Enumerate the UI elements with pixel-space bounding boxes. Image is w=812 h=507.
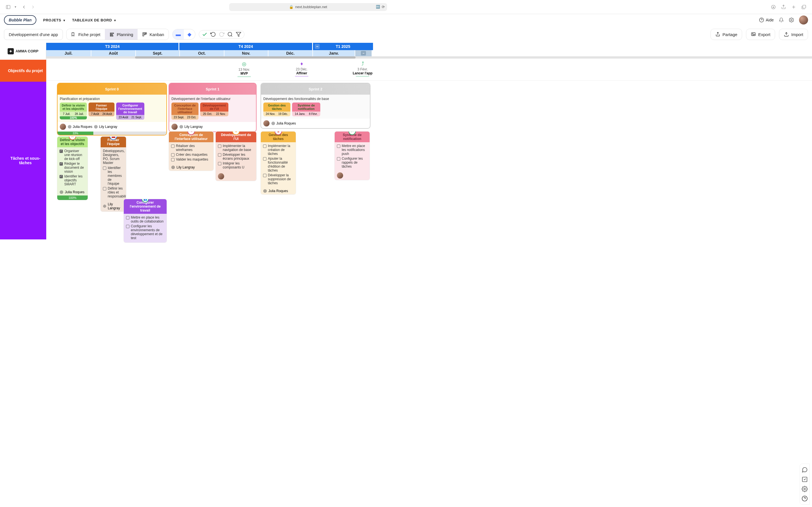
checkbox-icon[interactable] [218, 145, 221, 148]
translate-icon[interactable]: 🔤 [376, 5, 380, 9]
url-bar[interactable]: 🔒 next.bubbleplan.net 🔤 ⟳ [229, 3, 387, 11]
sub-task[interactable]: Système de notification 14 Janv.8 Févr. [292, 103, 320, 116]
bell-icon[interactable] [779, 17, 784, 22]
checkbox-icon[interactable] [103, 187, 106, 190]
timeline-quarter[interactable]: T3 2024 [46, 43, 179, 50]
download-icon[interactable] [771, 4, 776, 10]
settings-panel-icon[interactable] [802, 486, 808, 492]
checkbox-icon[interactable] [337, 145, 340, 148]
task-card[interactable]: 🧰 Former l'équipe Développeurs, Designer… [100, 136, 126, 212]
new-tab-icon[interactable] [791, 4, 796, 10]
task-card[interactable]: 📌 Gestion des tâches Implémenter la créa… [260, 131, 296, 194]
filter-icon[interactable] [236, 32, 241, 37]
checklist-item[interactable]: Mettre en place les outils de collaborat… [126, 216, 164, 223]
nav-dashboards[interactable]: TABLEAUX DE BORD [72, 18, 116, 22]
checklist-item[interactable]: Identifier les objectifs SMART [59, 174, 86, 186]
gear-icon[interactable] [789, 17, 794, 22]
sub-task[interactable]: Conception de l'interface utilisateur 23… [171, 103, 199, 120]
checklist-item[interactable]: Ajouter la fonctionnalité d'édition de t… [263, 157, 294, 172]
horizontal-scrollbar[interactable] [46, 56, 812, 59]
tab-kanban[interactable]: Kanban [138, 29, 168, 40]
tabs-icon[interactable] [801, 4, 806, 10]
tab-sheet[interactable]: Fiche projet [66, 29, 105, 40]
timeline-quarter[interactable]: T4 2024 [179, 43, 313, 50]
undo-icon[interactable] [210, 32, 216, 37]
checkbox-icon[interactable] [171, 158, 174, 161]
chat-icon[interactable] [802, 467, 808, 473]
checklist-item[interactable]: Définir les rôles et responsabilités [103, 186, 124, 198]
task-card[interactable]: ⚑ Système de notification Mettre en plac… [335, 131, 370, 180]
sprint-card[interactable]: Sprint 2 Développement des fonctionnalit… [260, 83, 370, 129]
import-button[interactable]: Import [779, 29, 808, 40]
task-card[interactable]: ★ Développement de l'UI Implémenter la n… [215, 131, 257, 181]
checkbox-icon[interactable] [218, 162, 221, 165]
task-card[interactable]: 👥 Configurer l'environnement de travail … [123, 199, 167, 243]
checkbox-icon[interactable] [59, 150, 63, 153]
checkbox-icon[interactable] [263, 174, 266, 177]
checkbox-icon[interactable] [126, 225, 130, 228]
help-panel-icon[interactable] [802, 496, 808, 502]
checklist-item[interactable]: Développer les écrans principaux [218, 153, 254, 161]
checklist-item[interactable]: Configurer les environnements de dévelop… [126, 224, 164, 240]
checklist-item[interactable]: Implémenter la création de tâches [263, 144, 294, 156]
checklist-item[interactable]: Intégrer les composants U [218, 161, 254, 169]
checkbox-icon[interactable] [171, 153, 174, 157]
checklist-item[interactable]: Identifier les membres de l'équipe [103, 166, 124, 186]
milestone[interactable]: ♦23 Déc.Affiner [295, 61, 308, 77]
checklist-item[interactable]: Créer des maquettes [171, 153, 211, 157]
task-card[interactable]: ✕ Définir la vision et les objectifs Org… [57, 136, 88, 200]
checkbox-icon[interactable] [337, 157, 340, 161]
nav-back-icon[interactable] [21, 4, 27, 10]
checkbox-icon[interactable] [171, 145, 174, 148]
checklist-item[interactable]: Rédiger le document de vision [59, 162, 86, 173]
sidebar-toggle-icon[interactable] [6, 4, 11, 10]
collapse-toggle[interactable]: − [315, 44, 320, 49]
share-button[interactable]: Partage [711, 29, 742, 40]
tasks-panel-icon[interactable] [802, 476, 808, 483]
checkbox-icon[interactable] [103, 166, 106, 170]
nav-projects[interactable]: PROJETS [43, 18, 65, 22]
check-icon[interactable] [202, 32, 207, 37]
help-link[interactable]: Aide [759, 17, 774, 22]
share-icon[interactable] [781, 4, 786, 10]
tab-planning[interactable]: Planning [105, 29, 138, 40]
user-avatar[interactable] [799, 15, 808, 24]
checkbox-icon[interactable] [218, 153, 221, 157]
timeline-month[interactable]: Déc. [268, 50, 313, 56]
project-name-button[interactable]: Développement d'une app [4, 29, 63, 40]
timeline-month[interactable]: Août [91, 50, 136, 56]
timeline-month[interactable]: Oct. [180, 50, 224, 56]
timeline-month[interactable]: Nov. [224, 50, 268, 56]
timeline-month[interactable]: Janv. [313, 50, 355, 56]
sub-task[interactable]: Définir la vision et les objectifs 7 Jui… [60, 103, 87, 120]
timeline-quarter[interactable]: −T1 2025 [313, 43, 374, 50]
timeline-month[interactable]: Sept. [136, 50, 180, 56]
search-icon[interactable] [227, 32, 233, 37]
reload-icon[interactable]: ⟳ [382, 5, 385, 9]
checklist-item[interactable]: Réaliser des wireframes [171, 144, 211, 152]
checklist-item[interactable]: Développer la suppression de tâches [263, 173, 294, 185]
checkbox-icon[interactable] [126, 216, 130, 219]
view-mode-calendar[interactable]: ▬ [172, 29, 184, 40]
checklist-item[interactable]: Valider les maquettes [171, 158, 211, 161]
checklist-item[interactable]: Configurer les rappels de tâches [337, 157, 367, 168]
checkbox-icon[interactable] [59, 162, 63, 166]
sub-task[interactable]: Configurer l'environnement de travail 23… [116, 103, 144, 120]
checkbox-icon[interactable] [263, 145, 266, 148]
sub-task[interactable]: Gestion des tâches 24 Nov.19 Déc. [263, 103, 290, 116]
checkbox-icon[interactable] [263, 157, 266, 161]
checklist-item[interactable]: Mettre en place les notifications push [337, 144, 367, 156]
milestone[interactable]: ⤴3 Févr.Lancer l'app [353, 61, 372, 77]
timeline-collapse[interactable]: − [355, 50, 372, 56]
sprint-card[interactable]: Sprint 0 Planification et préparation Dé… [57, 83, 167, 135]
milestone[interactable]: ◎13 Nov.MVP [238, 61, 251, 77]
export-button[interactable]: Export [746, 29, 775, 40]
sprint-card[interactable]: Sprint 1 Développement de l'interface ut… [168, 83, 257, 132]
sub-task[interactable]: Former l'équipe 7 Août24 Août [89, 103, 114, 120]
app-logo[interactable]: Bubble Plan [4, 15, 36, 25]
timeline-month[interactable]: Juil. [46, 50, 91, 56]
checklist-item[interactable]: Organiser une réunion de kick-off [59, 149, 86, 161]
view-mode-diamond[interactable]: ◆ [184, 29, 195, 40]
sub-task[interactable]: Développement de l'UI 25 Oct.22 Nov. [200, 103, 229, 120]
dropdown-icon[interactable] [15, 4, 17, 10]
